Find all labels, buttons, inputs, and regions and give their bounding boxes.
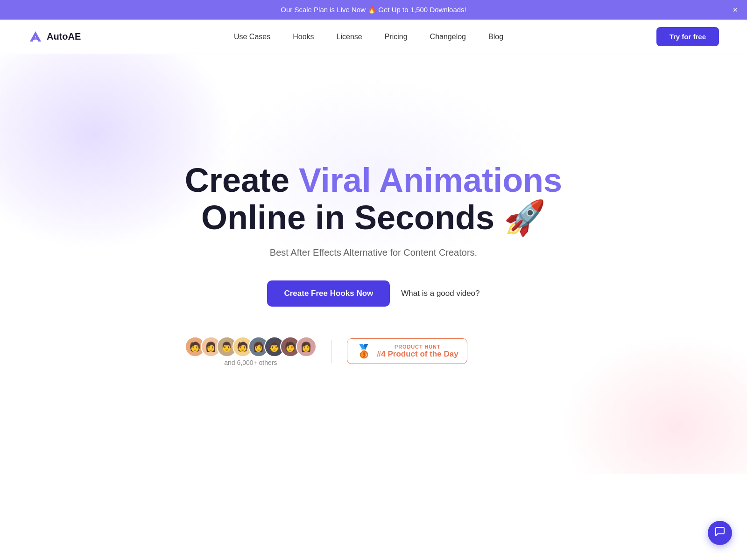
avatar-count-text: and 6,000+ others	[224, 359, 277, 366]
ph-medal-icon: 🥉	[356, 343, 372, 359]
avatar-group: 🧑 👩 👨 🧑 👩 👨 🧑 👩	[185, 336, 317, 357]
hero-subtitle: Best After Effects Alternative for Conte…	[185, 247, 562, 258]
hero-section: Create Viral Animations Online in Second…	[0, 54, 747, 474]
nav-item-blog[interactable]: Blog	[488, 33, 503, 41]
bg-blob-pink	[560, 334, 747, 474]
nav-item-license[interactable]: License	[337, 33, 362, 41]
hero-title-highlight: Viral Animations	[299, 161, 562, 199]
ph-rank: #4 Product of the Day	[377, 350, 458, 359]
avatar-group-inner: 🧑 👩 👨 🧑 👩 👨 🧑 👩	[185, 336, 317, 357]
hero-title-part2: Online in Seconds 🚀	[201, 199, 546, 236]
logo-icon	[28, 29, 43, 44]
ph-text: PRODUCT HUNT #4 Product of the Day	[377, 344, 458, 359]
good-video-button[interactable]: What is a good video?	[401, 280, 479, 307]
avatar-8: 👩	[296, 336, 317, 357]
nav-links: Use Cases Hooks License Pricing Changelo…	[234, 33, 503, 41]
social-proof: 🧑 👩 👨 🧑 👩 👨 🧑 👩 and 6,000+ others 🥉	[185, 336, 562, 366]
ph-label: PRODUCT HUNT	[377, 344, 458, 350]
hero-buttons: Create Free Hooks Now What is a good vid…	[185, 280, 562, 307]
nav-item-pricing[interactable]: Pricing	[385, 33, 408, 41]
product-hunt-badge[interactable]: 🥉 PRODUCT HUNT #4 Product of the Day	[347, 338, 467, 364]
announcement-close-button[interactable]: ×	[733, 6, 738, 14]
social-proof-divider	[331, 340, 332, 363]
avatar-wrapper: 🧑 👩 👨 🧑 👩 👨 🧑 👩 and 6,000+ others	[185, 336, 317, 366]
nav-item-use-cases[interactable]: Use Cases	[234, 33, 270, 41]
logo-link[interactable]: AutoAE	[28, 29, 81, 44]
chat-icon	[714, 526, 726, 540]
hero-title-part1: Create	[185, 161, 299, 199]
create-hooks-button[interactable]: Create Free Hooks Now	[267, 280, 390, 307]
announcement-text: Our Scale Plan is Live Now 🔥 Get Up to 1…	[281, 6, 466, 14]
logo-text: AutoAE	[47, 31, 81, 42]
nav-item-hooks[interactable]: Hooks	[293, 33, 314, 41]
hero-content: Create Viral Animations Online in Second…	[185, 162, 562, 366]
try-free-button[interactable]: Try for free	[656, 27, 719, 46]
announcement-bar: Our Scale Plan is Live Now 🔥 Get Up to 1…	[0, 0, 747, 20]
chat-widget[interactable]	[708, 521, 732, 545]
nav-item-changelog[interactable]: Changelog	[430, 33, 466, 41]
navbar: AutoAE Use Cases Hooks License Pricing C…	[0, 20, 747, 54]
hero-title: Create Viral Animations Online in Second…	[185, 162, 562, 236]
